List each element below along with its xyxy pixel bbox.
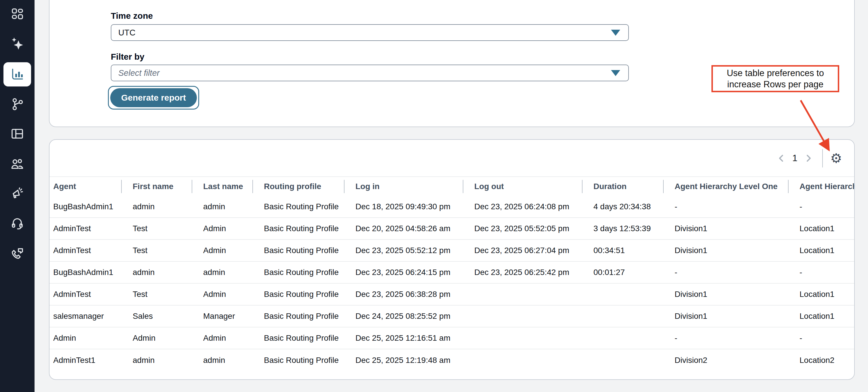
table-cell: Basic Routing Profile	[252, 240, 344, 261]
table-cell: Basic Routing Profile	[252, 284, 344, 305]
column-divider	[252, 180, 253, 193]
time-zone-label: Time zone	[111, 11, 153, 21]
table-cell: Dec 24, 2025 08:25:52 pm	[344, 306, 463, 327]
table-cell: Manager	[192, 306, 252, 327]
table-cell: Admin	[192, 218, 252, 239]
table-row: AdminTest1adminadminBasic Routing Profil…	[50, 349, 855, 371]
table-cell: Division1	[663, 218, 788, 239]
table-header-row: AgentFirst nameLast nameRouting profileL…	[50, 177, 855, 196]
table-cell: -	[788, 196, 855, 217]
sidebar-item-ai[interactable]	[3, 31, 31, 55]
filter-by-label: Filter by	[111, 52, 145, 62]
generate-report-focus-ring: Generate report	[108, 86, 199, 110]
table-cell: Basic Routing Profile	[252, 306, 344, 327]
table-cell: Test	[121, 284, 192, 305]
annotation-box: Use table preferences to increase Rows p…	[711, 65, 839, 92]
sidebar-item-dashboard[interactable]	[3, 122, 31, 146]
column-header: First name	[121, 177, 192, 196]
table-row: AdminTestTestAdminBasic Routing ProfileD…	[50, 218, 855, 240]
table-cell: Basic Routing Profile	[252, 218, 344, 239]
table-cell: Admin	[192, 240, 252, 261]
generate-report-button[interactable]: Generate report	[110, 88, 197, 107]
table-cell: Dec 25, 2025 12:19:48 am	[344, 349, 463, 371]
table-cell: Admin	[121, 328, 192, 349]
apps-grid-icon	[10, 7, 24, 21]
filter-by-placeholder: Select filter	[118, 68, 611, 78]
sidebar	[0, 0, 34, 392]
table-cell: Admin	[50, 328, 121, 349]
layout-panel-icon	[10, 127, 24, 141]
column-divider	[663, 180, 664, 193]
column-header: Last name	[192, 177, 252, 196]
report-filter-card: Time zone UTC Filter by Select filter Ge…	[49, 0, 855, 127]
table-row: salesmanagerSalesManagerBasic Routing Pr…	[50, 306, 855, 328]
table-cell	[582, 284, 663, 305]
column-header: Duration	[582, 177, 663, 196]
table-cell: Sales	[121, 306, 192, 327]
sidebar-item-contact[interactable]	[3, 241, 31, 265]
screen: Time zone UTC Filter by Select filter Ge…	[0, 0, 868, 392]
table-cell: BugBashAdmin1	[50, 262, 121, 283]
table-toolbar: 1 ⚙	[50, 140, 854, 177]
table-cell: Division2	[663, 349, 788, 371]
annotation-text-line2: increase Rows per page	[727, 79, 824, 90]
table-cell	[582, 328, 663, 349]
column-header: Log out	[463, 177, 582, 196]
chevron-down-icon	[611, 30, 620, 36]
annotation-text-line1: Use table preferences to	[727, 67, 824, 79]
table-cell: 00:01:27	[582, 262, 663, 283]
table-cell: Location1	[788, 284, 855, 305]
column-divider	[463, 180, 463, 193]
megaphone-icon	[10, 187, 24, 200]
table-cell	[582, 349, 663, 371]
table-cell: AdminTest	[50, 240, 121, 261]
table-cell	[463, 349, 582, 371]
column-header: Routing profile	[252, 177, 344, 196]
sidebar-item-routing[interactable]	[3, 92, 31, 116]
table-cell: -	[788, 262, 855, 283]
sidebar-item-users[interactable]	[3, 151, 31, 176]
table-row: BugBashAdmin1adminadminBasic Routing Pro…	[50, 196, 855, 218]
table-body: BugBashAdmin1adminadminBasic Routing Pro…	[50, 196, 854, 371]
column-divider	[788, 180, 788, 193]
phone-chat-icon	[10, 247, 24, 260]
sidebar-item-support[interactable]	[3, 211, 31, 235]
sidebar-item-announcements[interactable]	[3, 181, 31, 205]
time-zone-select[interactable]: UTC	[111, 24, 629, 41]
table-cell: 3 days 12:53:39	[582, 218, 663, 239]
table-cell: 00:34:51	[582, 240, 663, 261]
headset-icon	[10, 217, 24, 230]
table-cell: Dec 23, 2025 05:52:12 pm	[344, 240, 463, 261]
table-cell: Dec 25, 2025 12:16:51 am	[344, 328, 463, 349]
table-cell: Division1	[663, 306, 788, 327]
table-cell: Dec 23, 2025 06:24:08 pm	[463, 196, 582, 217]
table-cell: AdminTest	[50, 218, 121, 239]
table-cell	[463, 306, 582, 327]
sidebar-item-apps[interactable]	[3, 2, 31, 26]
users-icon	[10, 157, 24, 171]
column-header: Log in	[344, 177, 463, 196]
table-row: AdminAdminAdminBasic Routing ProfileDec …	[50, 328, 855, 349]
filter-by-select[interactable]: Select filter	[111, 64, 629, 81]
table-cell: Location1	[788, 218, 855, 239]
table-cell: admin	[121, 262, 192, 283]
table-cell: AdminTest	[50, 284, 121, 305]
bar-chart-icon	[10, 67, 24, 81]
table-cell: Dec 23, 2025 05:52:05 pm	[463, 218, 582, 239]
table-cell: 4 days 20:34:38	[582, 196, 663, 217]
report-table-card: 1 ⚙ AgentFirst nameLast nameRouting prof…	[49, 139, 855, 380]
column-divider	[582, 180, 583, 193]
table-cell: admin	[192, 196, 252, 217]
table-cell: -	[788, 328, 855, 349]
table-cell: Basic Routing Profile	[252, 262, 344, 283]
column-header: Agent	[50, 177, 121, 196]
table-cell: Basic Routing Profile	[252, 196, 344, 217]
table-cell: Dec 20, 2025 04:58:26 am	[344, 218, 463, 239]
table-cell	[582, 306, 663, 327]
table-cell: Dec 23, 2025 06:25:42 pm	[463, 262, 582, 283]
table-cell: -	[663, 328, 788, 349]
table-cell: Location1	[788, 240, 855, 261]
sidebar-item-analytics[interactable]	[3, 62, 31, 86]
table-cell: BugBashAdmin1	[50, 196, 121, 217]
table-cell: Admin	[192, 328, 252, 349]
